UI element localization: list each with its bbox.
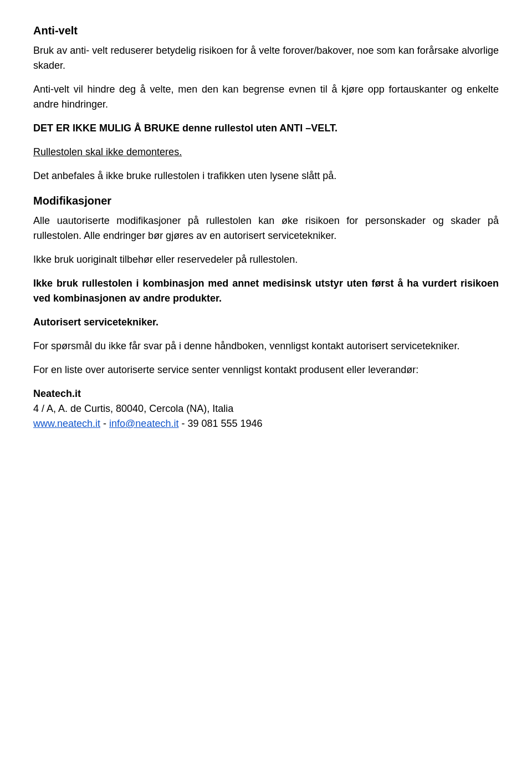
paragraph-3-bold: DET ER IKKE MULIG Å BRUKE denne rullesto… [33,121,499,136]
dash: - [100,418,109,429]
paragraph-6: Alle uautoriserte modifikasjoner på rull… [33,213,499,243]
modifikasjoner-title: Modifikasjoner [33,192,499,209]
anti-velt-section: Anti-velt Bruk av anti- velt reduserer b… [33,22,499,183]
paragraph-1: Bruk av anti- velt reduserer betydelig r… [33,43,499,73]
contact-links: www.neatech.it - info@neatech.it - 39 08… [33,416,499,431]
paragraph-7: Ikke bruk uoriginalt tilbehør eller rese… [33,252,499,267]
modifikasjoner-section: Modifikasjoner Alle uautoriserte modifik… [33,192,499,306]
anti-velt-title: Anti-velt [33,22,499,39]
address: 4 / A, A. de Curtis, 80040, Cercola (NA)… [33,401,499,416]
paragraph-9: For spørsmål du ikke får svar på i denne… [33,339,499,354]
paragraph-8-bold: Ikke bruk rullestolen i kombinasjon med … [33,276,499,306]
autorisert-title: Autorisert servicetekniker. [33,315,499,330]
phone: - 39 081 555 1946 [178,418,262,429]
paragraph-5: Det anbefales å ikke bruke rullestolen i… [33,169,499,183]
paragraph-2: Anti-velt vil hindre deg å velte, men de… [33,82,499,112]
company-name: Neatech.it [33,386,499,401]
website-link[interactable]: www.neatech.it [33,418,100,429]
contact-info: Neatech.it 4 / A, A. de Curtis, 80040, C… [33,386,499,431]
paragraph-10: For en liste over autoriserte service se… [33,363,499,378]
email-link[interactable]: info@neatech.it [109,418,178,429]
autorisert-section: Autorisert servicetekniker. For spørsmål… [33,315,499,431]
paragraph-4-underline: Rullestolen skal ikke demonteres. [33,145,499,160]
